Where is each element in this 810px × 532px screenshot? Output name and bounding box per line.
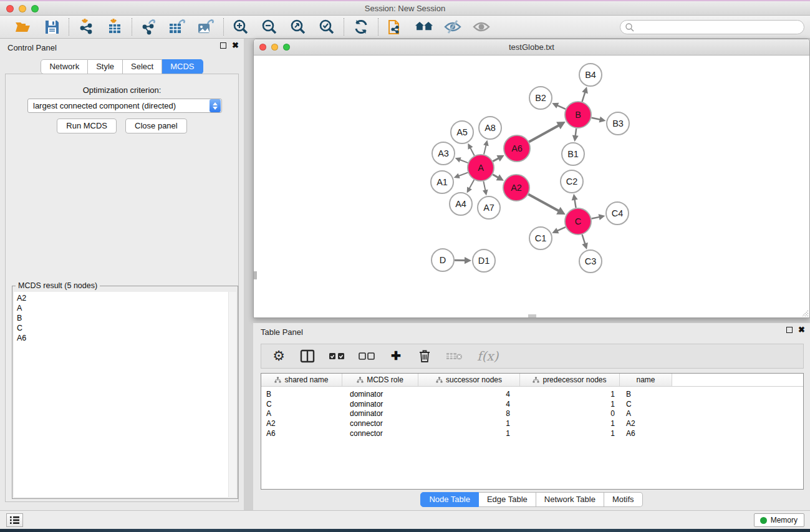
- save-session-button[interactable]: [42, 17, 61, 36]
- unchecked-boxes-icon[interactable]: [359, 348, 375, 364]
- columns-icon[interactable]: [300, 348, 315, 364]
- result-item[interactable]: A: [14, 303, 236, 313]
- tab-select[interactable]: Select: [123, 59, 162, 74]
- graph-edge-A-A6[interactable]: [493, 158, 498, 162]
- run-mcds-button[interactable]: Run MCDS: [57, 118, 117, 133]
- show-hidden-button[interactable]: [472, 17, 491, 36]
- home-button[interactable]: [415, 17, 433, 36]
- graph-node-C[interactable]: C: [565, 208, 591, 235]
- network-canvas[interactable]: B4B2BB3A5A8A6A3B1AA1C2A2A4A7C4CC1C3DD1: [254, 56, 809, 317]
- graph-node-C1[interactable]: C1: [529, 227, 552, 249]
- graph-node-A6[interactable]: A6: [504, 135, 530, 162]
- graph-edge-A2-C[interactable]: [528, 195, 559, 211]
- graph-edge-B-B2[interactable]: [557, 105, 565, 109]
- graph-edge-C-C2[interactable]: [574, 200, 576, 208]
- graph-edge-A6-B[interactable]: [529, 125, 559, 142]
- add-column-icon[interactable]: ✚: [388, 348, 403, 364]
- graph-node-C3[interactable]: C3: [579, 250, 602, 273]
- export-table-button[interactable]: [168, 17, 187, 36]
- graph-edge-C-C4[interactable]: [592, 217, 600, 219]
- graph-node-B1[interactable]: B1: [562, 143, 584, 165]
- graph-node-C4[interactable]: C4: [606, 202, 629, 225]
- close-panel-icon[interactable]: ✖: [232, 42, 239, 49]
- graph-node-A1[interactable]: A1: [431, 171, 453, 193]
- mcds-result-list[interactable]: A2ABCA6: [14, 292, 236, 497]
- export-image-button[interactable]: [197, 17, 216, 36]
- result-item[interactable]: B: [14, 313, 236, 323]
- gear-icon[interactable]: ⚙: [271, 348, 286, 364]
- graph-node-B2[interactable]: B2: [529, 87, 552, 109]
- table-row[interactable]: Cdominator41C: [261, 399, 803, 409]
- graph-edge-B-B3[interactable]: [591, 118, 600, 120]
- result-list-scrollbar[interactable]: [228, 292, 236, 497]
- graph-edge-B-B1[interactable]: [576, 128, 577, 136]
- tab-network[interactable]: Network: [41, 59, 88, 74]
- tab-node-table[interactable]: Node Table: [420, 492, 479, 507]
- graph-node-A3[interactable]: A3: [432, 142, 455, 165]
- graph-node-D1[interactable]: D1: [473, 249, 495, 272]
- zoom-in-button[interactable]: [231, 17, 250, 36]
- graph-edge-C-C3[interactable]: [582, 235, 586, 244]
- tab-motifs[interactable]: Motifs: [604, 492, 643, 507]
- graph-node-D[interactable]: D: [432, 249, 454, 271]
- graph-node-B4[interactable]: B4: [579, 64, 602, 86]
- search-field[interactable]: [620, 20, 804, 34]
- export-network-button[interactable]: [140, 17, 158, 36]
- canvas-bottom-scroll-tick[interactable]: [528, 314, 536, 317]
- column-header-name[interactable]: name: [620, 374, 672, 386]
- close-panel-button[interactable]: Close panel: [125, 118, 187, 133]
- graph-edge-A-A7[interactable]: [483, 181, 485, 191]
- function-builder-icon[interactable]: f(x): [477, 348, 498, 364]
- graph-node-A[interactable]: A: [468, 155, 494, 181]
- graph-node-B[interactable]: B: [565, 102, 591, 128]
- graph-node-A2[interactable]: A2: [503, 175, 529, 201]
- graph-edge-A-A3[interactable]: [460, 160, 468, 163]
- float-panel-icon[interactable]: [220, 42, 226, 49]
- search-input[interactable]: [635, 23, 804, 32]
- column-header-shared-name[interactable]: shared name: [261, 374, 342, 386]
- column-header-MCDS-role[interactable]: MCDS role: [342, 374, 418, 386]
- column-header-predecessor-nodes[interactable]: predecessor nodes: [520, 374, 620, 386]
- hide-selected-button[interactable]: [443, 17, 462, 36]
- zoom-selected-button[interactable]: [317, 17, 336, 36]
- graph-edge-A-A5[interactable]: [470, 148, 475, 156]
- memory-button[interactable]: Memory: [754, 513, 804, 527]
- refresh-button[interactable]: [352, 17, 370, 36]
- graph-edge-A-A4[interactable]: [470, 180, 475, 188]
- resize-grip-icon[interactable]: [800, 308, 809, 317]
- graph-edge-A-A8[interactable]: [484, 145, 486, 154]
- table-row[interactable]: Adominator80A: [261, 409, 803, 418]
- table-row[interactable]: A2connector11A2: [261, 418, 803, 428]
- graph-node-A5[interactable]: A5: [451, 121, 473, 143]
- import-table-button[interactable]: [105, 17, 124, 36]
- column-header-successor-nodes[interactable]: successor nodes: [418, 374, 520, 386]
- delete-column-icon[interactable]: [417, 348, 432, 364]
- graph-node-A4[interactable]: A4: [450, 193, 472, 215]
- delete-table-icon[interactable]: [446, 348, 463, 364]
- graph-edge-A-A2[interactable]: [493, 175, 498, 178]
- graph-node-A7[interactable]: A7: [478, 196, 500, 219]
- open-session-button[interactable]: [14, 17, 32, 36]
- zoom-out-button[interactable]: [260, 17, 279, 36]
- network-canvas-svg[interactable]: B4B2BB3A5A8A6A3B1AA1C2A2A4A7C4CC1C3DD1: [254, 56, 809, 317]
- tab-mcds[interactable]: MCDS: [162, 59, 203, 74]
- checked-boxes-icon[interactable]: [329, 348, 345, 364]
- table-row[interactable]: A6connector11A6: [261, 428, 803, 438]
- graph-node-C2[interactable]: C2: [561, 170, 583, 193]
- tab-edge-table[interactable]: Edge Table: [479, 492, 536, 507]
- graph-edge-A-A1[interactable]: [458, 173, 468, 177]
- network-document-button[interactable]: [386, 17, 405, 36]
- graph-node-A8[interactable]: A8: [479, 117, 501, 139]
- graph-edge-B-B4[interactable]: [582, 92, 586, 102]
- close-panel-icon[interactable]: ✖: [798, 327, 805, 333]
- import-network-button[interactable]: [77, 17, 95, 36]
- task-history-button[interactable]: [6, 513, 23, 527]
- result-item[interactable]: A6: [14, 333, 236, 343]
- float-panel-icon[interactable]: [786, 327, 793, 333]
- zoom-fit-button[interactable]: [289, 17, 307, 36]
- result-item[interactable]: A2: [14, 293, 236, 303]
- graph-node-B3[interactable]: B3: [607, 112, 629, 135]
- tab-style[interactable]: Style: [88, 59, 123, 74]
- tab-network-table[interactable]: Network Table: [536, 492, 604, 507]
- network-window-titlebar[interactable]: testGlobe.txt: [254, 39, 809, 56]
